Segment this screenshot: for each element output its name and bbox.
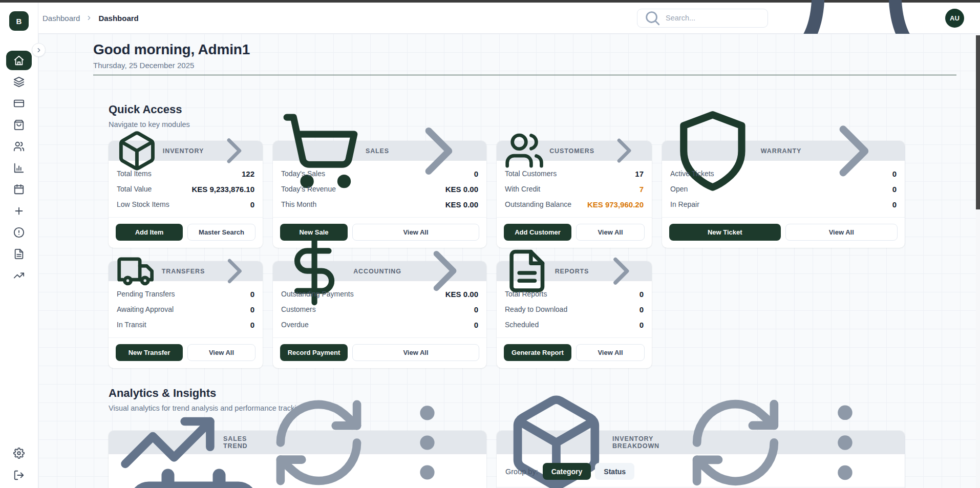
trending-up-icon [13,270,25,281]
metric-label: Active Tickets [670,169,714,178]
sidebar-item-settings[interactable] [6,444,32,462]
kebab-menu-icon[interactable] [794,391,897,488]
metric-label: Total Value [117,185,152,193]
search-input[interactable] [666,14,761,22]
view-all-button[interactable]: View All [576,224,645,241]
sidebar-item-sales[interactable] [6,115,32,135]
sidebar-item-payments[interactable] [6,94,32,113]
metric-label: Scheduled [505,321,539,329]
metric-label: Total Customers [505,169,557,178]
breadcrumb-current: Dashboard [98,14,138,23]
card-header[interactable]: SALES [273,141,486,161]
metric-label: Ready to Download [505,305,567,313]
metric-row: Awaiting Approval0 [117,302,254,317]
metric-value: KES 0.00 [445,200,478,209]
metric-row: Total ValueKES 9,233,876.10 [117,181,254,197]
sidebar-collapse-button[interactable] [32,43,46,57]
sales-trend-card: SALES TREND Date Range: TodayYesterday7 … [109,431,486,488]
view-all-button[interactable]: View All [352,344,479,361]
add-item-button[interactable]: Add Item [116,224,183,241]
search-icon [644,9,661,27]
app-logo[interactable]: B [9,11,29,31]
sidebar-item-documents[interactable] [6,244,32,264]
sidebar-item-logout[interactable] [6,466,32,484]
view-all-button[interactable]: View All [785,224,898,241]
scrollbar-track[interactable] [976,34,980,488]
metric-row: Scheduled0 [505,317,644,332]
inventory-breakdown-header: INVENTORY BREAKDOWN [497,431,905,454]
metric-value: 0 [892,169,897,178]
add-customer-button[interactable]: Add Customer [504,224,571,241]
metric-value: 0 [474,305,478,314]
card-header[interactable]: INVENTORY [109,141,263,161]
metric-row: Customers0 [281,302,478,317]
topbar: Dashboard Dashboard 3 AU [38,3,980,34]
card-title: ACCOUNTING [353,268,401,275]
quick-access-card-reports: REPORTS Total Reports0Ready to Download0… [497,261,652,368]
sidebar-item-inventory[interactable] [6,72,32,92]
card-header[interactable]: ACCOUNTING [273,261,486,281]
metric-value: 0 [250,200,254,209]
calendar-icon [13,184,25,195]
metric-row: Pending Transfers0 [117,286,254,302]
metric-row: Today's RevenueKES 0.00 [281,181,478,197]
quick-access-card-accounting: ACCOUNTING Outstanding PaymentsKES 0.00C… [273,261,486,368]
master-search-button[interactable]: Master Search [187,224,255,241]
record-payment-button[interactable]: Record Payment [280,344,348,361]
shopping-bag-icon [13,119,25,131]
metric-label: Total Items [117,169,152,178]
sidebar-item-home[interactable] [6,51,32,70]
refresh-icon[interactable] [684,391,787,488]
sidebar-item-analytics[interactable] [6,158,32,178]
quick-access-card-customers: CUSTOMERS Total Customers17With Credit7O… [497,141,652,248]
metric-row: Total Customers17 [505,166,644,181]
card-header[interactable]: CUSTOMERS [497,141,652,161]
metric-row: In Repair0 [670,197,897,212]
group-chip-category[interactable]: Category [543,463,591,480]
view-all-button[interactable]: View All [187,344,255,361]
breadcrumb-root[interactable]: Dashboard [42,14,80,23]
metric-row: Outstanding BalanceKES 973,960.20 [505,197,644,212]
metric-row: Ready to Download0 [505,302,644,317]
metric-row: Low Stock Items0 [117,197,254,212]
metric-row: With Credit7 [505,181,644,197]
sidebar-item-calendar[interactable] [6,180,32,199]
sidebar-item-customers[interactable] [6,137,32,156]
settings-icon [13,448,25,459]
quick-access-grid: INVENTORY Total Items122Total ValueKES 9… [109,141,905,368]
metric-value: 0 [640,290,644,299]
bar-chart-icon [13,162,25,174]
metric-row: Open0 [670,181,897,197]
refresh-icon[interactable] [268,392,370,488]
metric-label: This Month [281,200,316,208]
view-all-button[interactable]: View All [576,344,645,361]
scrollbar-thumb[interactable] [976,35,980,209]
generate-report-button[interactable]: Generate Report [504,344,571,361]
metric-row: In Transit0 [117,317,254,332]
card-title: CUSTOMERS [549,147,594,155]
avatar[interactable]: AU [945,9,964,28]
metric-value: 0 [250,305,254,314]
group-chip-status[interactable]: Status [595,463,634,480]
card-header[interactable]: WARRANTY [662,141,905,161]
sidebar-item-add-new[interactable] [6,201,32,221]
sales-trend-header: SALES TREND [109,431,486,454]
card-header[interactable]: REPORTS [497,261,652,281]
header-divider [93,75,956,75]
metric-row: Total Reports0 [505,286,644,302]
new-transfer-button[interactable]: New Transfer [116,344,183,361]
card-header[interactable]: TRANSFERS [109,261,263,281]
sales-trend-title: SALES TREND [223,435,257,450]
card-title: TRANSFERS [162,268,205,275]
metric-label: Pending Transfers [117,290,175,298]
chevron-right-icon [86,14,93,22]
sidebar-item-trends[interactable] [6,266,32,285]
new-ticket-button[interactable]: New Ticket [669,224,781,241]
metric-value: 0 [474,321,478,329]
metric-value: 0 [640,321,644,329]
metric-value: 7 [640,185,644,194]
sidebar-item-alerts[interactable] [6,223,32,242]
metric-value: 0 [892,200,897,209]
main-content: Good morning, Admin1 Thursday, 25 Decemb… [38,34,980,488]
kebab-menu-icon[interactable] [376,392,478,488]
